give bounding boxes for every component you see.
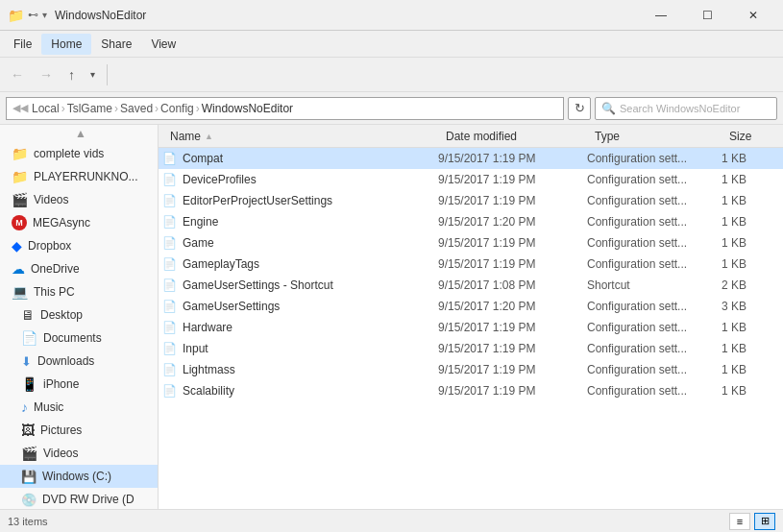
file-type: Configuration sett...: [587, 384, 722, 398]
sidebar-item-downloads[interactable]: ⬇ Downloads: [0, 350, 158, 373]
sidebar-item-desktop[interactable]: 🖥 Desktop: [0, 303, 158, 326]
sidebar-item-videos-nav[interactable]: 🎬 Videos: [0, 188, 158, 211]
sidebar-item-complete-vids[interactable]: 📁 complete vids: [0, 142, 158, 165]
file-area: Name ▲ Date modified Type Size 📄 Compat …: [159, 125, 783, 509]
col-type-label: Type: [595, 130, 620, 143]
forward-button[interactable]: →: [33, 61, 60, 88]
sidebar-item-pictures[interactable]: 🖼 Pictures: [0, 419, 158, 442]
file-date: 9/15/2017 1:19 PM: [438, 257, 587, 271]
view-grid-button[interactable]: ⊞: [754, 513, 775, 530]
sidebar-item-this-pc[interactable]: 💻 This PC: [0, 280, 158, 303]
search-icon: 🔍: [601, 102, 616, 115]
view-list-button[interactable]: ≡: [729, 513, 750, 530]
file-size: 1 KB: [722, 363, 779, 376]
file-date: 9/15/2017 1:20 PM: [438, 300, 587, 313]
file-list: 📄 Compat 9/15/2017 1:19 PM Configuration…: [159, 148, 783, 509]
table-row[interactable]: 📄 GameplayTags 9/15/2017 1:19 PM Configu…: [159, 254, 783, 275]
window-title: WindowsNoEditor: [55, 9, 639, 22]
table-row[interactable]: 📄 Input 9/15/2017 1:19 PM Configuration …: [159, 338, 783, 359]
table-row[interactable]: 📄 Engine 9/15/2017 1:20 PM Configuration…: [159, 211, 783, 232]
menu-bar: File Home Share View: [0, 31, 783, 58]
table-row[interactable]: 📄 GameUserSettings - Shortcut 9/15/2017 …: [159, 275, 783, 296]
sidebar-item-megasync[interactable]: M MEGAsync: [0, 211, 158, 234]
file-size: 1 KB: [722, 236, 779, 250]
sort-icon: ▲: [205, 132, 213, 141]
folder-icon: 📁: [12, 146, 28, 161]
windows-drive-icon: 💾: [21, 470, 37, 484]
maximize-button[interactable]: ☐: [685, 0, 729, 31]
minimize-button[interactable]: —: [639, 0, 683, 31]
up-button[interactable]: ↑: [61, 61, 82, 88]
refresh-button[interactable]: ↻: [568, 97, 591, 120]
file-icon: 📄: [162, 300, 177, 313]
table-row[interactable]: 📄 DeviceProfiles 9/15/2017 1:19 PM Confi…: [159, 169, 783, 190]
table-row[interactable]: 📄 Lightmass 9/15/2017 1:19 PM Configurat…: [159, 359, 783, 380]
sidebar-item-documents[interactable]: 📄 Documents: [0, 326, 158, 350]
address-crumb-local[interactable]: Local: [32, 102, 60, 115]
file-type: Configuration sett...: [587, 257, 722, 271]
address-crumb-config[interactable]: Config: [160, 102, 194, 115]
col-name-label: Name: [170, 130, 201, 143]
sidebar-item-dropbox[interactable]: ◆ Dropbox: [0, 234, 158, 257]
address-crumb-saved[interactable]: Saved: [120, 102, 153, 115]
address-sep-1: ›: [61, 102, 65, 115]
col-date-label: Date modified: [446, 130, 517, 143]
sidebar-label-music: Music: [34, 400, 63, 414]
sidebar-item-windows-c[interactable]: 💾 Windows (C:): [0, 465, 158, 488]
address-crumb-tslgame[interactable]: TslGame: [67, 102, 112, 115]
file-size: 1 KB: [722, 321, 779, 334]
search-box[interactable]: 🔍 Search WindowsNoEditor: [595, 97, 777, 120]
sidebar-item-dvd-rw[interactable]: 💿 DVD RW Drive (D: [0, 488, 158, 509]
file-type: Configuration sett...: [587, 152, 722, 165]
file-icon: 📄: [162, 342, 177, 355]
sidebar-label-dvd-rw: DVD RW Drive (D: [42, 493, 135, 506]
sidebar-scroll-up[interactable]: ▲: [0, 125, 158, 142]
file-size: 1 KB: [722, 384, 779, 398]
file-size: 1 KB: [722, 194, 779, 207]
menu-file[interactable]: File: [4, 34, 41, 55]
col-header-size[interactable]: Size: [722, 125, 779, 147]
close-button[interactable]: ✕: [731, 0, 775, 31]
title-bar-icons: 📁 ⊷ ▾: [8, 8, 47, 23]
sidebar-item-onedrive[interactable]: ☁ OneDrive: [0, 257, 158, 280]
table-row[interactable]: 📄 Game 9/15/2017 1:19 PM Configuration s…: [159, 232, 783, 254]
sidebar-label-windows-c: Windows (C:): [42, 470, 111, 483]
sidebar-item-videos[interactable]: 🎬 Videos: [0, 442, 158, 465]
col-header-type[interactable]: Type: [587, 125, 722, 147]
table-row[interactable]: 📄 Hardware 9/15/2017 1:19 PM Configurati…: [159, 317, 783, 338]
item-count: 13 items: [8, 516, 48, 527]
table-row[interactable]: 📄 Scalability 9/15/2017 1:19 PM Configur…: [159, 380, 783, 401]
menu-share[interactable]: Share: [91, 34, 141, 55]
sidebar-item-playerrunknown[interactable]: 📁 PLAYERRUNKNO...: [0, 165, 158, 188]
address-bar: ◀◀ Local › TslGame › Saved › Config › Wi…: [0, 92, 783, 125]
table-row[interactable]: 📄 Compat 9/15/2017 1:19 PM Configuration…: [159, 148, 783, 169]
dropbox-icon: ◆: [12, 238, 22, 254]
back-button[interactable]: ←: [4, 61, 31, 88]
file-name: EditorPerProjectUserSettings: [183, 194, 332, 207]
sidebar-label-playerrunknown: PLAYERRUNKNO...: [34, 170, 137, 183]
file-date: 9/15/2017 1:19 PM: [438, 152, 587, 165]
sidebar-label-onedrive: OneDrive: [31, 262, 80, 276]
address-input[interactable]: ◀◀ Local › TslGame › Saved › Config › Wi…: [6, 97, 564, 120]
table-row[interactable]: 📄 EditorPerProjectUserSettings 9/15/2017…: [159, 190, 783, 211]
file-type: Configuration sett...: [587, 300, 722, 313]
menu-view[interactable]: View: [141, 34, 185, 55]
sidebar-item-music[interactable]: ♪ Music: [0, 396, 158, 419]
sidebar-item-iphone[interactable]: 📱 iPhone: [0, 373, 158, 396]
file-icon: 📄: [162, 257, 177, 271]
file-type: Shortcut: [587, 278, 722, 292]
col-header-name[interactable]: Name ▲: [162, 125, 438, 147]
file-icon: 📄: [162, 236, 177, 250]
menu-home[interactable]: Home: [41, 34, 91, 55]
file-name: Compat: [183, 152, 223, 165]
col-header-date[interactable]: Date modified: [438, 125, 587, 147]
back-icon: ←: [11, 67, 24, 83]
file-name: GameUserSettings - Shortcut: [183, 278, 333, 292]
recent-locations-button[interactable]: ▾: [84, 61, 102, 88]
file-icon: 📄: [162, 194, 177, 207]
sidebar-label-documents: Documents: [43, 331, 102, 345]
file-icon: 📄: [162, 321, 177, 334]
table-row[interactable]: 📄 GameUserSettings 9/15/2017 1:20 PM Con…: [159, 296, 783, 317]
folder-icon: 📁: [12, 169, 28, 184]
file-type: Configuration sett...: [587, 342, 722, 355]
